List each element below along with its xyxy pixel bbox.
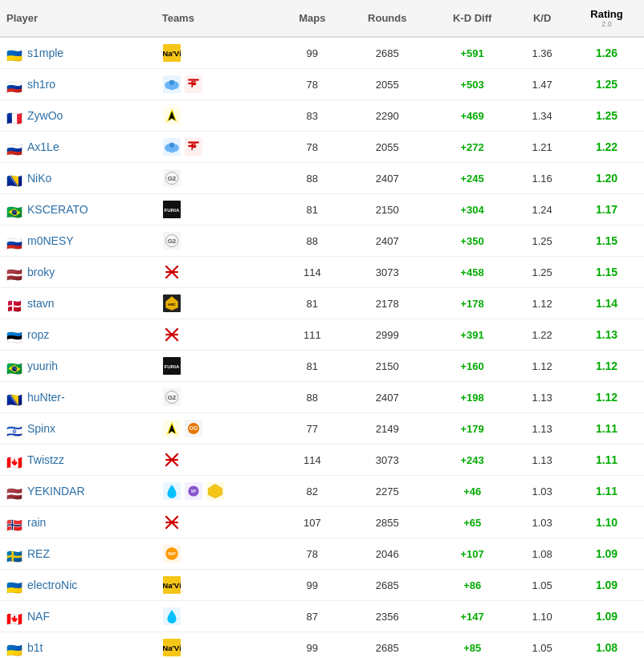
player-link[interactable]: huNter- xyxy=(27,391,65,404)
player-link[interactable]: Spinx xyxy=(27,422,55,435)
team-logo[interactable] xyxy=(162,481,181,501)
svg-point-20 xyxy=(169,143,174,148)
svg-marker-24 xyxy=(188,145,196,147)
team-logo[interactable] xyxy=(162,325,181,344)
rating-value: 1.15 xyxy=(569,225,644,257)
team-logo[interactable]: G2 xyxy=(162,169,181,188)
team-logo[interactable] xyxy=(162,450,181,469)
maps-value: 81 xyxy=(279,351,344,382)
team-cell: Na'Vi xyxy=(156,37,280,69)
rounds-value: 2407 xyxy=(344,382,430,413)
player-link[interactable]: REZ xyxy=(27,547,50,560)
table-row: 🇷🇺sh1ro F 782055+5031.471.25 xyxy=(0,69,644,100)
team-logo[interactable]: FURIA xyxy=(162,356,181,376)
kd-value: 1.24 xyxy=(515,194,569,225)
team-logo[interactable]: HRC xyxy=(162,294,181,313)
table-row: 🇱🇻YEKINDAR SP 822275+461.031.11 xyxy=(0,476,644,507)
rating-value: 1.13 xyxy=(569,319,644,351)
table-row: 🇩🇰stavn HRC 812178+1781.121.14 xyxy=(0,288,644,319)
team-logo[interactable]: Na'Vi xyxy=(162,638,181,657)
team-logo[interactable]: G2 xyxy=(162,388,181,407)
team-logo[interactable] xyxy=(162,607,181,626)
team-logo[interactable]: Na'Vi xyxy=(162,43,181,63)
maps-value: 99 xyxy=(279,37,344,69)
team-logo[interactable] xyxy=(162,419,181,438)
player-link[interactable]: ZywOo xyxy=(27,109,63,122)
player-link[interactable]: b1t xyxy=(27,641,43,654)
player-link[interactable]: m0NESY xyxy=(27,234,74,247)
rating-value: 1.20 xyxy=(569,163,644,194)
team-logo[interactable] xyxy=(162,262,181,282)
rating-value: 1.15 xyxy=(569,257,644,288)
table-row: 🇧🇦NiKo G2 882407+2451.161.20 xyxy=(0,163,644,194)
team-logo[interactable]: F xyxy=(184,75,203,94)
table-row: 🇸🇪REZ NiP 782046+1071.081.09 xyxy=(0,538,644,570)
player-link[interactable]: s1mple xyxy=(27,47,63,59)
col-kd: K/D xyxy=(515,0,569,37)
player-link[interactable]: broky xyxy=(27,266,55,278)
team-logo[interactable]: G2 xyxy=(162,231,181,250)
player-link[interactable]: Twistzz xyxy=(27,453,64,466)
team-logo[interactable] xyxy=(162,513,181,532)
maps-value: 83 xyxy=(279,100,344,132)
team-logo[interactable] xyxy=(206,481,225,501)
rating-value: 1.17 xyxy=(569,194,644,225)
player-link[interactable]: YEKINDAR xyxy=(27,485,85,498)
team-logo[interactable]: Na'Vi xyxy=(162,575,181,595)
flag-icon: 🇷🇺 xyxy=(6,79,21,89)
player-cell: 🇧🇷yuurih xyxy=(0,351,156,382)
team-logo[interactable]: SP xyxy=(184,481,203,501)
flag-icon: 🇮🇱 xyxy=(6,424,21,433)
player-cell: 🇷🇺sh1ro xyxy=(0,69,156,100)
table-row: 🇷🇺m0NESY G2 882407+3501.251.15 xyxy=(0,225,644,257)
player-link[interactable]: KSCERATO xyxy=(27,203,88,216)
team-cell: F xyxy=(156,69,280,100)
team-logo[interactable] xyxy=(162,75,181,94)
player-link[interactable]: Ax1Le xyxy=(27,140,59,153)
table-row: 🇧🇦huNter- G2 882407+1981.131.12 xyxy=(0,382,644,413)
player-cell: 🇸🇪REZ xyxy=(0,538,156,570)
table-row: 🇷🇺Ax1Le F 782055+2721.211.22 xyxy=(0,132,644,163)
kd-value: 1.25 xyxy=(515,225,569,257)
rounds-value: 2999 xyxy=(344,319,430,351)
kd-diff-value: +304 xyxy=(430,194,515,225)
kd-diff-value: +65 xyxy=(430,507,515,538)
svg-rect-19 xyxy=(167,148,177,151)
player-cell: 🇳🇴rain xyxy=(0,507,156,538)
svg-text:HRC: HRC xyxy=(168,303,176,307)
player-link[interactable]: rain xyxy=(27,516,46,529)
rounds-value: 2407 xyxy=(344,163,430,194)
rounds-value: 2275 xyxy=(344,476,430,507)
kd-diff-value: +86 xyxy=(430,570,515,601)
maps-value: 78 xyxy=(279,69,344,100)
team-logo[interactable]: FURIA xyxy=(162,200,181,219)
team-logo[interactable] xyxy=(162,137,181,156)
player-link[interactable]: stavn xyxy=(27,297,54,310)
rounds-value: 3073 xyxy=(344,257,430,288)
rating-value: 1.26 xyxy=(569,37,644,69)
kd-value: 1.05 xyxy=(515,632,569,659)
player-link[interactable]: ropz xyxy=(27,328,49,341)
svg-point-7 xyxy=(169,80,174,85)
rating-value: 1.11 xyxy=(569,413,644,445)
player-link[interactable]: electroNic xyxy=(27,579,77,591)
flag-icon: 🇱🇻 xyxy=(6,486,21,496)
col-player: Player xyxy=(0,0,156,37)
table-row: 🇧🇷KSCERATO FURIA 812150+3041.241.17 xyxy=(0,194,644,225)
rating-value: 1.22 xyxy=(569,132,644,163)
kd-diff-value: +391 xyxy=(430,319,515,351)
team-logo[interactable]: NiP xyxy=(162,544,181,563)
kd-diff-value: +147 xyxy=(430,601,515,632)
kd-diff-value: +198 xyxy=(430,382,515,413)
team-logo[interactable]: F xyxy=(184,137,203,156)
player-link[interactable]: NiKo xyxy=(27,172,51,185)
player-link[interactable]: NAF xyxy=(27,610,50,623)
player-link[interactable]: yuurih xyxy=(27,359,58,372)
team-logo[interactable]: OG xyxy=(184,419,203,438)
svg-marker-11 xyxy=(188,83,196,84)
maps-value: 78 xyxy=(279,132,344,163)
kd-value: 1.36 xyxy=(515,37,569,69)
player-link[interactable]: sh1ro xyxy=(27,78,55,91)
team-logo[interactable] xyxy=(162,106,181,125)
rounds-value: 2046 xyxy=(344,538,430,570)
